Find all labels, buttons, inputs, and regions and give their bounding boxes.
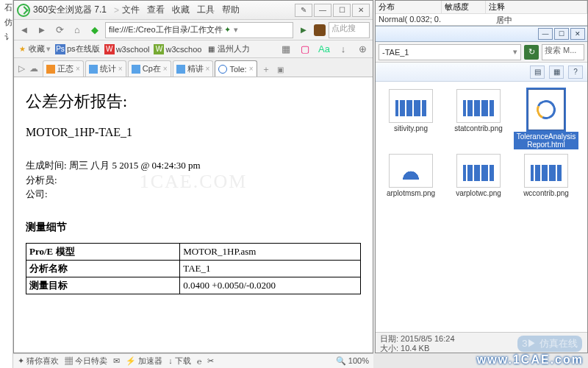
- file-explorer: 分布 敏感度 注释 Normal( 0.032; 0.居中 — ☐ ✕ -TAE…: [375, 0, 588, 353]
- history-icon[interactable]: ▷: [18, 63, 25, 74]
- file-item-selected[interactable]: ToleranceAnalysisReport.html: [514, 89, 578, 149]
- close-icon[interactable]: ×: [249, 65, 254, 73]
- status-item[interactable]: ↓ 下载: [168, 355, 191, 367]
- status-item[interactable]: ✉: [113, 356, 120, 366]
- help-button[interactable]: ?: [568, 66, 583, 79]
- view-button[interactable]: ▦: [549, 66, 564, 79]
- report-meta: 生成时间: 周三 八月 5 2015 @ 04:24:30 pm 分析员: 公司…: [26, 158, 361, 202]
- explorer-addressbar: -TAE_1▾ ↻ 搜索 M...: [376, 42, 587, 63]
- thumbnail-icon: [389, 154, 433, 188]
- menu-favorites[interactable]: 收藏: [172, 4, 190, 16]
- ext-icon[interactable]: ▦: [279, 42, 293, 57]
- close-icon[interactable]: ×: [76, 65, 80, 73]
- minimize-button[interactable]: —: [314, 4, 331, 17]
- menu-bar: 文件 查看 收藏 工具 帮助: [122, 4, 293, 16]
- paw-icon[interactable]: [314, 24, 326, 36]
- section-heading: 测量细节: [26, 221, 361, 234]
- thumbnail-icon: [389, 89, 433, 123]
- thumbnail-icon: [456, 154, 501, 188]
- maximize-button[interactable]: ☐: [333, 4, 351, 17]
- forward-button[interactable]: ►: [35, 23, 49, 38]
- new-tab-button[interactable]: ＋: [259, 62, 273, 77]
- status-item[interactable]: ▦ 今日特卖: [65, 355, 107, 367]
- status-item[interactable]: ⚡ 加速器: [126, 355, 162, 367]
- document-viewport: 1CAE.COM 公差分析报告: MOTOR_1HP-TAE_1 生成时间: 周…: [14, 77, 373, 353]
- ext-icon[interactable]: Aa: [317, 42, 331, 57]
- left-list-fragment: 石 仿 讠: [0, 0, 13, 368]
- tab[interactable]: 统计×: [85, 60, 126, 77]
- file-item[interactable]: sitivity.png: [379, 89, 443, 149]
- tab[interactable]: 正态×: [43, 60, 84, 77]
- ext-icon[interactable]: ⊕: [355, 42, 370, 57]
- menu-view[interactable]: 查看: [147, 4, 165, 16]
- thumbnail-icon: [524, 154, 568, 188]
- html-file-icon: [528, 89, 564, 130]
- status-item[interactable]: ✂: [207, 356, 214, 366]
- bookmark-item[interactable]: ▦温州人力: [206, 43, 250, 54]
- tab[interactable]: 精讲×: [173, 60, 214, 77]
- bookmarks-bar: ★收藏▾ Psps在线版 Ww3school Ww3cschoo ▦温州人力 ▦…: [14, 40, 373, 58]
- bookmark-item[interactable]: Ww3school: [104, 44, 150, 54]
- explorer-toolbar: ▤ ▦ ?: [376, 63, 587, 82]
- url-input[interactable]: file:///E:/Creo工作目录/工作文件✦▾: [105, 22, 293, 38]
- file-grid: sitivity.png statcontrib.png ToleranceAn…: [376, 82, 587, 205]
- zoom-level[interactable]: 🔍 100%: [336, 356, 369, 366]
- browser-statusbar: ✦ 猜你喜欢 ▦ 今日特卖 ✉ ⚡ 加速器 ↓ 下载 ℮ ✂ 🔍 100%: [13, 353, 373, 368]
- report-subtitle: MOTOR_1HP-TAE_1: [26, 126, 361, 139]
- reload-button[interactable]: ⟳: [52, 23, 67, 38]
- back-button[interactable]: ◄: [17, 23, 32, 38]
- close-icon[interactable]: ×: [118, 65, 123, 73]
- bookmark-item[interactable]: Ww3cschoo: [154, 44, 201, 54]
- address-bar: ◄ ► ⟳ ⌂ ◆ file:///E:/Creo工作目录/工作文件✦▾ ► 点…: [14, 20, 373, 40]
- menu-tools[interactable]: 工具: [197, 4, 215, 16]
- favorites-button[interactable]: ★收藏▾: [17, 43, 51, 54]
- menu-help[interactable]: 帮助: [222, 4, 240, 16]
- view-button[interactable]: ▤: [530, 66, 545, 79]
- detail-table: Pro/E 模型MOTOR_1HP.asm 分析名称TAE_1 测量目标0.04…: [26, 243, 361, 294]
- status-item[interactable]: ✦ 猜你喜欢: [18, 355, 59, 367]
- close-button[interactable]: ✕: [352, 4, 370, 17]
- browser-logo-icon: [17, 4, 30, 17]
- menu-file[interactable]: 文件: [122, 4, 140, 16]
- browser-title: 360安全浏览器 7.1: [33, 4, 107, 16]
- file-item[interactable]: varplotwc.png: [446, 154, 511, 197]
- tab-overflow-button[interactable]: ▣: [273, 62, 288, 77]
- go-button[interactable]: ►: [296, 23, 311, 38]
- close-icon[interactable]: ×: [163, 65, 168, 73]
- tab-active[interactable]: Tole:×: [215, 60, 257, 77]
- overlay-watermark: 3▶ 仿真在线: [517, 336, 582, 352]
- file-item[interactable]: wccontrib.png: [514, 154, 578, 197]
- home-button[interactable]: ⌂: [70, 23, 85, 38]
- top-table-fragment: 分布 敏感度 注释 Normal( 0.032; 0.居中: [376, 1, 587, 26]
- bookmark-item[interactable]: Psps在线版: [55, 43, 100, 54]
- refresh-button[interactable]: ↻: [524, 45, 539, 60]
- thumbnail-icon: [456, 89, 501, 123]
- explorer-titlebar: — ☐ ✕: [376, 26, 587, 42]
- browser-titlebar: 360安全浏览器 7.1 > 文件 查看 收藏 工具 帮助 ✎ — ☐ ✕: [14, 1, 373, 20]
- file-item[interactable]: arplotmsm.png: [379, 154, 443, 197]
- feedback-icon[interactable]: ✎: [295, 4, 312, 17]
- tab[interactable]: Cp在×: [128, 60, 171, 77]
- search-input[interactable]: 点此搜: [329, 22, 370, 38]
- browser-window: 360安全浏览器 7.1 > 文件 查看 收藏 工具 帮助 ✎ — ☐ ✕ ◄ …: [13, 0, 373, 353]
- explorer-search[interactable]: 搜索 M...: [542, 44, 584, 60]
- shield-icon[interactable]: ◆: [87, 23, 102, 38]
- close-icon[interactable]: ×: [206, 65, 210, 73]
- close-button[interactable]: ✕: [570, 28, 585, 40]
- maximize-button[interactable]: ☐: [554, 28, 569, 40]
- file-item[interactable]: statcontrib.png: [446, 89, 511, 149]
- ext-icon[interactable]: ▢: [298, 42, 312, 57]
- cloud-icon[interactable]: ☁: [29, 63, 38, 74]
- minimize-button[interactable]: —: [538, 28, 553, 40]
- ext-icon[interactable]: ↓: [336, 42, 351, 57]
- breadcrumb[interactable]: -TAE_1▾: [379, 44, 521, 60]
- report-title: 公差分析报告:: [26, 91, 361, 113]
- status-item[interactable]: ℮: [197, 357, 202, 366]
- site-watermark: www.1CAE.com: [477, 353, 584, 367]
- tab-bar: ▷ ☁ 正态× 统计× Cp在× 精讲× Tole:× ＋ ▣: [14, 58, 373, 77]
